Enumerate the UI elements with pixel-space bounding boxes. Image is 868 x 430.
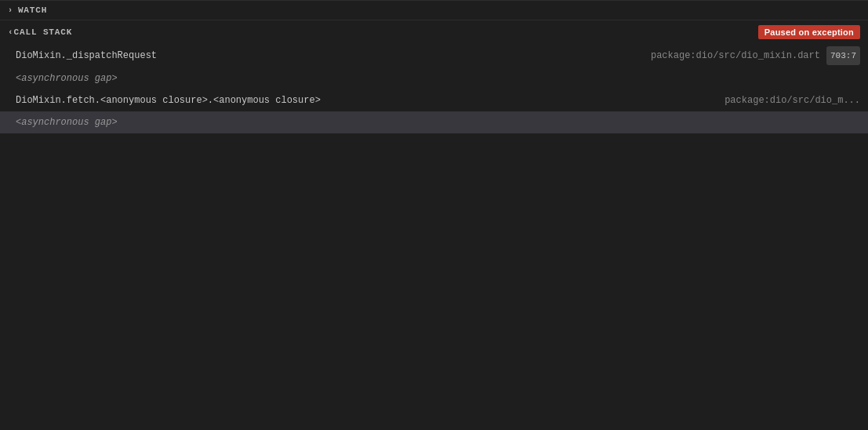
stack-item-left: DioMixin.fetch.<anonymous closure>.<anon… (16, 92, 321, 109)
stack-item-left: <asynchronous gap> (16, 70, 118, 87)
stack-item-name: DioMixin.fetch.<anonymous closure>.<anon… (16, 92, 321, 109)
stack-item-right: package:dio/src/dio_m... (725, 92, 860, 109)
stack-item[interactable]: DioMixin.fetch.<anonymous closure>.<anon… (0, 89, 868, 111)
debug-panel: › WATCH ‹ CALL STACK Paused on exception… (0, 0, 868, 430)
stack-item[interactable]: <asynchronous gap> (0, 111, 868, 133)
stack-item-left: DioMixin._dispatchRequest (16, 47, 157, 64)
stack-item-file: package:dio/src/dio_m... (725, 92, 860, 109)
watch-chevron-icon: › (8, 6, 13, 15)
call-stack-header-left: ‹ CALL STACK (8, 27, 72, 37)
stack-item-name: DioMixin._dispatchRequest (16, 47, 157, 64)
watch-header[interactable]: › WATCH (0, 1, 868, 20)
stack-item-name: <asynchronous gap> (16, 70, 118, 87)
stack-item[interactable]: <asynchronous gap> (0, 67, 868, 89)
watch-label: WATCH (18, 5, 47, 15)
stack-item-name: <asynchronous gap> (16, 114, 118, 131)
stack-item-file: package:dio/src/dio_mixin.dart (651, 47, 820, 64)
call-stack-label: CALL STACK (13, 27, 72, 37)
call-stack-section: ‹ CALL STACK Paused on exception DioMixi… (0, 20, 868, 430)
stack-item-left: <asynchronous gap> (16, 114, 118, 131)
call-stack-header[interactable]: ‹ CALL STACK Paused on exception (0, 20, 868, 44)
stack-item-line: 703:7 (826, 46, 860, 65)
watch-section: › WATCH (0, 1, 868, 20)
call-stack-chevron-icon: ‹ (8, 27, 13, 37)
stack-list: DioMixin._dispatchRequest package:dio/sr… (0, 44, 868, 430)
stack-item[interactable]: DioMixin._dispatchRequest package:dio/sr… (0, 44, 868, 67)
paused-on-exception-badge: Paused on exception (758, 25, 860, 39)
stack-item-right: package:dio/src/dio_mixin.dart 703:7 (651, 46, 860, 65)
